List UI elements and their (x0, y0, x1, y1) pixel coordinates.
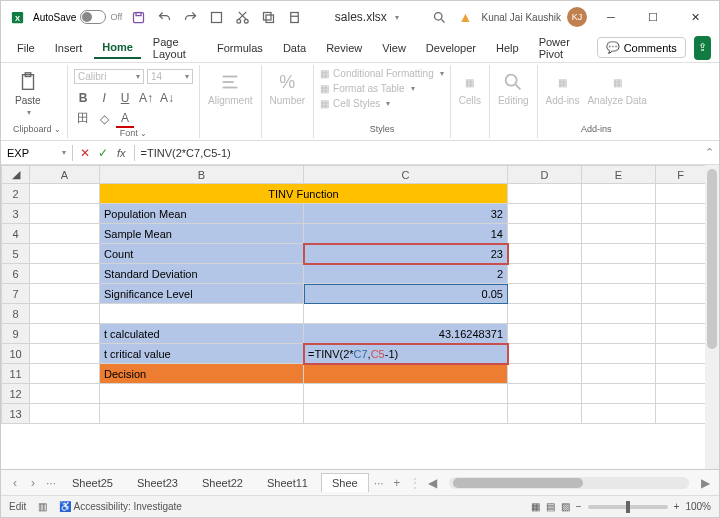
warning-icon[interactable]: ▲ (456, 7, 476, 27)
menu-file[interactable]: File (9, 38, 43, 58)
copy-icon[interactable] (258, 7, 278, 27)
row-5[interactable]: 5 (2, 244, 30, 264)
tb-icon1[interactable] (206, 7, 226, 27)
accept-formula-button[interactable]: ✓ (95, 145, 111, 161)
underline-button[interactable]: U (116, 89, 134, 107)
cell-B11[interactable]: Decision (100, 364, 304, 384)
paste-button[interactable]: Paste ▾ (13, 67, 43, 121)
font-name-select[interactable]: Calibri▾ (74, 69, 144, 84)
user-avatar[interactable]: KJ (567, 7, 587, 27)
maximize-icon[interactable]: ☐ (635, 3, 671, 31)
col-B[interactable]: B (100, 166, 304, 184)
tab-sheet22[interactable]: Sheet22 (191, 473, 254, 492)
view-page-icon[interactable]: ▤ (546, 501, 555, 512)
cell-C11[interactable] (304, 364, 508, 384)
editing-button[interactable]: Editing (496, 67, 531, 110)
cut-icon[interactable] (232, 7, 252, 27)
menu-power-pivot[interactable]: Power Pivot (531, 32, 589, 64)
cell-styles-button[interactable]: ▦Cell Styles▾ (320, 97, 444, 110)
horizontal-scrollbar[interactable] (449, 477, 689, 489)
tab-next-icon[interactable]: › (25, 476, 41, 490)
zoom-out-button[interactable]: − (576, 501, 582, 512)
fx-icon[interactable]: fx (113, 147, 130, 159)
col-D[interactable]: D (508, 166, 582, 184)
cell-B6[interactable]: Standard Deviation (100, 264, 304, 284)
alignment-button[interactable]: Alignment (206, 67, 254, 110)
name-box[interactable]: EXP▾ (1, 145, 73, 161)
col-E[interactable]: E (582, 166, 656, 184)
vertical-scrollbar[interactable] (705, 165, 719, 469)
cell-B3[interactable]: Population Mean (100, 204, 304, 224)
formula-bar[interactable]: =TINV(2*C7,C5-1) (135, 145, 699, 161)
cancel-formula-button[interactable]: ✕ (77, 145, 93, 161)
font-color-button[interactable]: A (116, 110, 134, 128)
select-all-corner[interactable]: ◢ (2, 166, 30, 184)
zoom-in-button[interactable]: + (674, 501, 680, 512)
zoom-slider[interactable] (588, 505, 668, 509)
row-2[interactable]: 2 (2, 184, 30, 204)
hscroll-right-icon[interactable]: ▶ (697, 476, 713, 490)
row-6[interactable]: 6 (2, 264, 30, 284)
zoom-level[interactable]: 100% (685, 501, 711, 512)
tab-active[interactable]: Shee (321, 473, 369, 492)
italic-button[interactable]: I (95, 89, 113, 107)
minimize-icon[interactable]: ─ (593, 3, 629, 31)
row-3[interactable]: 3 (2, 204, 30, 224)
cell-B5[interactable]: Count (100, 244, 304, 264)
menu-insert[interactable]: Insert (47, 38, 91, 58)
tab-more-icon[interactable]: ··· (43, 476, 59, 490)
col-C[interactable]: C (304, 166, 508, 184)
font-size-select[interactable]: 14▾ (147, 69, 193, 84)
row-7[interactable]: 7 (2, 284, 30, 304)
row-4[interactable]: 4 (2, 224, 30, 244)
tab-sheet25[interactable]: Sheet25 (61, 473, 124, 492)
font-shrink-icon[interactable]: A↓ (158, 89, 176, 107)
number-button[interactable]: % Number (268, 67, 308, 110)
cells-button[interactable]: ▦ Cells (457, 67, 483, 110)
conditional-formatting-button[interactable]: ▦Conditional Formatting▾ (320, 67, 444, 80)
row-11[interactable]: 11 (2, 364, 30, 384)
menu-page-layout[interactable]: Page Layout (145, 32, 205, 64)
autosave-toggle[interactable]: AutoSave Off (33, 10, 122, 24)
cell-title[interactable]: TINV Function (100, 184, 508, 204)
menu-home[interactable]: Home (94, 37, 141, 59)
tab-prev-icon[interactable]: ‹ (7, 476, 23, 490)
accessibility-status[interactable]: ♿ Accessibility: Investigate (59, 501, 182, 512)
row-10[interactable]: 10 (2, 344, 30, 364)
cell-C3[interactable]: 32 (304, 204, 508, 224)
font-grow-icon[interactable]: A↑ (137, 89, 155, 107)
comments-button[interactable]: 💬 Comments (597, 37, 686, 58)
cell-C10[interactable]: =TINV(2*C7,C5-1) (304, 344, 508, 364)
cell-C6[interactable]: 2 (304, 264, 508, 284)
cell-C4[interactable]: 14 (304, 224, 508, 244)
cell-C5[interactable]: 23 (304, 244, 508, 264)
menu-view[interactable]: View (374, 38, 414, 58)
cell-C7[interactable]: 0.05 (304, 284, 508, 304)
tab-overflow-icon[interactable]: ··· (371, 476, 387, 490)
share-button[interactable]: ⇪ (694, 36, 711, 60)
new-sheet-button[interactable]: + (389, 476, 405, 490)
undo-icon[interactable] (154, 7, 174, 27)
row-9[interactable]: 9 (2, 324, 30, 344)
filename-chevron-icon[interactable]: ▾ (395, 13, 399, 22)
tab-sheet23[interactable]: Sheet23 (126, 473, 189, 492)
cell-B7[interactable]: Significance Level (100, 284, 304, 304)
fill-color-button[interactable]: ◇ (95, 110, 113, 128)
bold-button[interactable]: B (74, 89, 92, 107)
cell-B9[interactable]: t calculated (100, 324, 304, 344)
cell-B4[interactable]: Sample Mean (100, 224, 304, 244)
view-break-icon[interactable]: ▧ (561, 501, 570, 512)
cell-B10[interactable]: t critical value (100, 344, 304, 364)
expand-formula-icon[interactable]: ⌃ (699, 146, 719, 159)
analyze-button[interactable]: ▦ Analyze Data (585, 67, 648, 110)
menu-developer[interactable]: Developer (418, 38, 484, 58)
border-button[interactable]: 田 (74, 110, 92, 128)
row-12[interactable]: 12 (2, 384, 30, 404)
view-normal-icon[interactable]: ▦ (531, 501, 540, 512)
redo-icon[interactable] (180, 7, 200, 27)
close-icon[interactable]: ✕ (677, 3, 713, 31)
save-icon[interactable] (128, 7, 148, 27)
row-13[interactable]: 13 (2, 404, 30, 424)
tb-icon2[interactable] (284, 7, 304, 27)
tab-sheet11[interactable]: Sheet11 (256, 473, 319, 492)
